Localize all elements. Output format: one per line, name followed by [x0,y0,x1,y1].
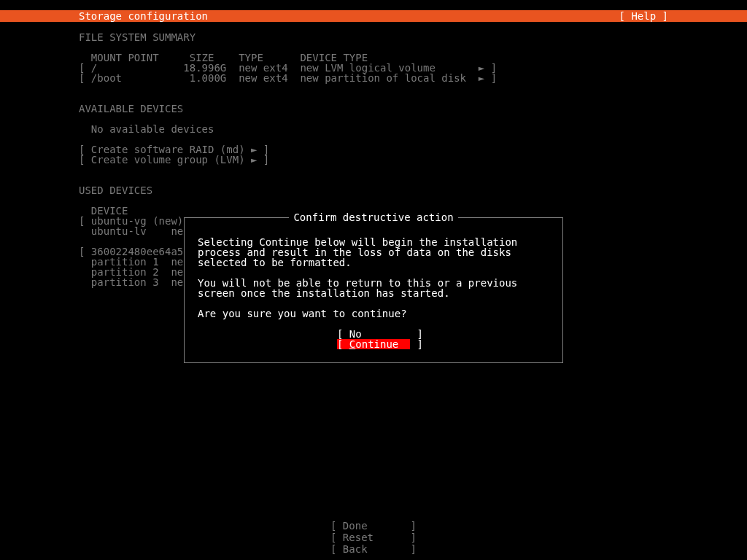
back-button[interactable]: [ Back ] [330,544,417,556]
fssummary-row-root[interactable]: [ / 18.996G new ext4 new LVM logical vol… [79,63,725,73]
dialog-para-1: Selecting Continue below will begin the … [198,237,549,268]
blank-row [79,175,725,185]
dialog-no-button[interactable]: [ No ] [337,329,410,339]
dialog-title-text: Confirm destructive action [289,211,457,223]
used-heading: USED DEVICES [79,185,725,195]
footer-buttons: [ Done ] [ Reset ] [ Back ] [0,521,747,556]
reset-button[interactable]: [ Reset ] [330,532,417,544]
section-available-devices: AVAILABLE DEVICES No available devices [… [79,104,725,165]
dialog-para-2: You will not be able to return to this o… [198,278,549,298]
blank-row [79,93,725,104]
section-filesystem-summary: FILE SYSTEM SUMMARY MOUNT POINT SIZE TYP… [79,32,725,83]
header-bar: Storage configuration [ Help ] [0,10,747,22]
page-title: Storage configuration [79,11,208,21]
available-heading: AVAILABLE DEVICES [79,104,725,114]
fssummary-columns: MOUNT POINT SIZE TYPE DEVICE TYPE [79,52,725,63]
available-none: No available devices [79,124,725,134]
done-button[interactable]: [ Done ] [330,521,417,532]
blank-row [79,134,725,144]
blank-row [79,195,725,206]
dialog-actions: [ No ] [ Continue ] [198,329,549,349]
create-lvm-button[interactable]: [ Create volume group (LVM) ► ] [79,155,725,165]
fssummary-row-boot[interactable]: [ /boot 1.000G new ext4 new partition of… [79,73,725,83]
dialog-para-3: Are you sure you want to continue? [198,308,549,319]
create-raid-button[interactable]: [ Create software RAID (md) ► ] [79,144,725,155]
continue-rest: ontinue ] [355,338,423,350]
blank-row [79,114,725,124]
fssummary-heading: FILE SYSTEM SUMMARY [79,32,725,42]
blank-row [79,42,725,52]
dialog-title: Confirm destructive action [185,212,562,222]
continue-pre: [ [337,338,349,350]
help-button[interactable]: [ Help ] [619,11,668,21]
confirm-dialog: Confirm destructive action Selecting Con… [184,217,563,363]
dialog-continue-button[interactable]: [ Continue ] [337,339,410,349]
